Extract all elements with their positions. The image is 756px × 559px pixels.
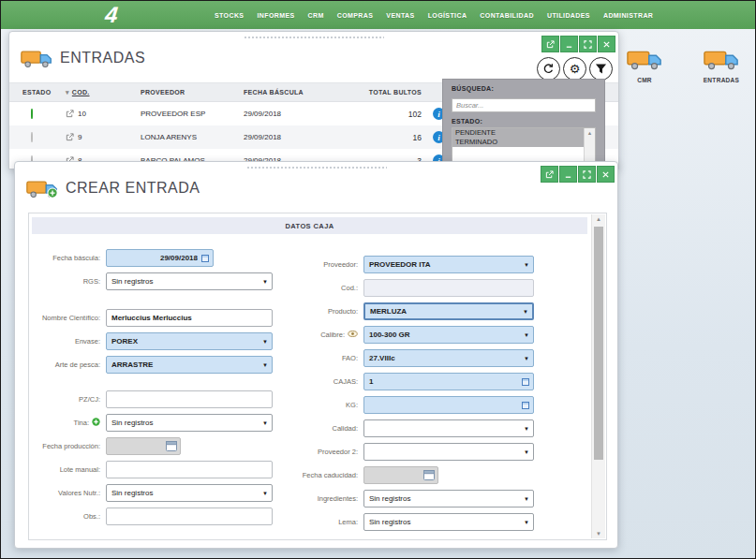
row-proveedor: PROVEEDOR ESP [141, 110, 244, 118]
nav-item-ventas[interactable]: VENTAS [386, 12, 414, 19]
producto-select[interactable]: MERLUZA ▼ [363, 302, 534, 320]
popout-button[interactable] [541, 166, 558, 183]
nav-item-informes[interactable]: INFORMES [257, 12, 294, 19]
field-label: PZ/CJ: [33, 395, 100, 404]
window-drag-handle[interactable] [244, 36, 384, 39]
lote-manual-input[interactable] [106, 461, 273, 478]
field-label: KG: [272, 401, 358, 409]
calidad-select[interactable]: ▼ [363, 419, 534, 437]
minimize-button[interactable] [560, 36, 578, 52]
refresh-button[interactable] [537, 57, 560, 81]
col-header-fecha[interactable]: FECHA BÁSCULA [244, 89, 356, 96]
chevron-down-icon: ▼ [524, 426, 529, 432]
calibre-select[interactable]: 100-300 GR ▼ [363, 326, 534, 344]
estado-option-terminado[interactable]: TERMINADO [452, 138, 595, 147]
scroll-up-icon[interactable]: ▲ [592, 216, 605, 222]
search-input[interactable] [452, 98, 596, 112]
number-spinner-icon[interactable] [522, 402, 529, 409]
desktop: PEDIDOS CMR ENTRADAS [1, 29, 755, 558]
nav-item-stocks[interactable]: STOCKS [215, 12, 244, 19]
proveedor-select[interactable]: PROVEEDOR ITA ▼ [363, 256, 534, 273]
datos-caja-form: DATOS CAJA Fecha báscula: 29/09/2018 RGS… [28, 213, 607, 540]
eye-icon[interactable] [348, 331, 358, 339]
field-label: FAO: [272, 354, 358, 362]
nav-item-administrar[interactable]: ADMINISTRAR [603, 12, 653, 19]
field-label: RGS: [33, 277, 100, 286]
col-header-estado[interactable]: ESTADO [22, 89, 66, 96]
envase-select[interactable]: POREX ▼ [106, 332, 273, 350]
popout-icon [545, 170, 554, 179]
nombre-cientifico-input[interactable]: Merluccius Merluccius [106, 309, 273, 327]
popout-icon [546, 40, 555, 49]
field-producto: Producto: MERLUZA ▼ [272, 302, 581, 320]
entradas-window: ENTRADAS ⚙ ESTA [8, 31, 619, 169]
field-lema: Lema: Sin registros ▼ [272, 513, 581, 531]
app-screen: 4 STOCKS INFORMES CRM COMPRAS VENTAS LOG… [0, 0, 756, 559]
desktop-icon-cmr[interactable]: CMR [618, 46, 671, 83]
nav-item-contabilidad[interactable]: CONTABILIDAD [480, 12, 534, 19]
ingredientes-select[interactable]: Sin registros ▼ [363, 490, 534, 508]
open-record-icon[interactable] [66, 133, 74, 141]
maximize-button[interactable] [579, 36, 597, 52]
calendar-icon [423, 470, 435, 480]
close-button[interactable] [597, 166, 615, 183]
chevron-down-icon: ▼ [523, 309, 528, 315]
rgs-select[interactable]: Sin registros ▼ [106, 272, 273, 290]
field-label: CAJAS: [272, 377, 358, 386]
scroll-up-icon[interactable]: ▲ [587, 130, 592, 136]
field-label: Tina: [33, 418, 100, 428]
fecha-caducidad-input [363, 466, 438, 484]
maximize-button[interactable] [578, 166, 596, 183]
fecha-bascula-input[interactable]: 29/09/2018 [106, 249, 214, 267]
form-scrollbar[interactable]: ▲ ▼ [591, 214, 605, 538]
col-header-bultos[interactable]: TOTAL BULTOS [356, 89, 422, 96]
estado-option-pendiente[interactable]: PENDIENTE [452, 128, 595, 138]
maximize-icon [584, 40, 592, 49]
nav-item-crm[interactable]: CRM [308, 12, 324, 19]
kg-input[interactable] [363, 396, 534, 414]
nav-item-utilidades[interactable]: UTILIDADES [547, 12, 590, 19]
minimize-button[interactable] [559, 166, 577, 183]
window-drag-handle[interactable] [246, 166, 387, 169]
lema-select[interactable]: Sin registros ▼ [363, 513, 534, 531]
section-header: DATOS CAJA [32, 217, 587, 234]
chevron-down-icon: ▼ [524, 496, 529, 502]
app-logo[interactable]: 4 [89, 2, 135, 28]
popout-button[interactable] [541, 36, 559, 52]
nav-item-compras[interactable]: COMPRAS [337, 12, 374, 19]
field-label: Obs.: [33, 512, 100, 521]
field-label: Valores Nutr.: [33, 489, 100, 497]
crear-entrada-title: CREAR ENTRADA [26, 177, 200, 199]
date-picker-icon[interactable] [201, 255, 209, 262]
chevron-down-icon: ▼ [524, 520, 529, 525]
tina-select[interactable]: Sin registros ▼ [106, 414, 273, 432]
row-fecha: 29/09/2018 [244, 110, 356, 118]
nav-item-logistica[interactable]: LOGÍSTICA [428, 12, 467, 19]
field-label: Proveedor: [272, 260, 358, 269]
arte-de-pesca-select[interactable]: ARRASTRE ▼ [106, 356, 273, 374]
fao-select[interactable]: 27.VIIIc ▼ [363, 349, 534, 367]
filter-button[interactable] [589, 57, 613, 81]
col-header-cod[interactable]: ▾ COD. [66, 89, 141, 96]
scrollbar-thumb[interactable] [594, 227, 603, 460]
field-label: Lema: [272, 518, 358, 526]
entradas-toolbar: ⚙ [537, 57, 613, 81]
cajas-input[interactable]: 1 [363, 373, 534, 390]
open-record-icon[interactable] [66, 110, 74, 118]
col-header-proveedor[interactable]: PROVEEDOR [141, 89, 244, 96]
scroll-down-icon[interactable]: ▼ [592, 531, 605, 537]
chevron-down-icon: ▼ [262, 420, 268, 426]
proveedor-2-select[interactable]: ▼ [363, 443, 534, 461]
obs-input[interactable] [106, 508, 273, 525]
field-label: Proveedor 2: [272, 448, 358, 456]
valores-nutr-select[interactable]: Sin registros ▼ [106, 484, 273, 502]
pz-cj-input[interactable] [106, 390, 273, 408]
field-ingredientes: Ingredientes: Sin registros ▼ [272, 490, 581, 508]
number-spinner-icon[interactable] [522, 378, 529, 386]
close-button[interactable] [598, 36, 615, 52]
add-tina-icon[interactable] [92, 418, 100, 428]
refresh-icon [542, 63, 555, 75]
settings-button[interactable]: ⚙ [563, 57, 586, 81]
field-label: Calibre: [272, 331, 358, 339]
desktop-icon-entradas[interactable]: ENTRADAS [695, 46, 748, 83]
